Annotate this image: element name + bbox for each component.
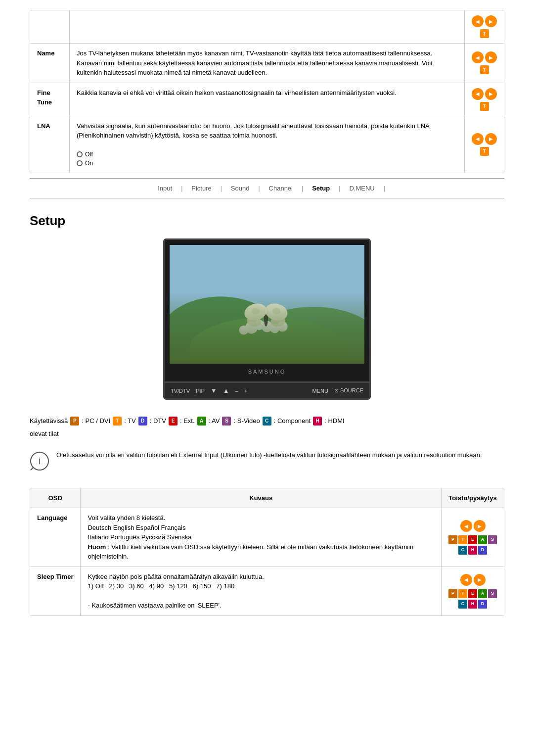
- rewind-button[interactable]: [460, 574, 472, 586]
- available-sep: : AV: [209, 415, 220, 427]
- table-row: T: [30, 10, 504, 44]
- col-header-toisto: Toisto/pysäytys: [442, 488, 504, 508]
- play-button[interactable]: [485, 133, 497, 145]
- t-badge: T: [480, 65, 489, 74]
- tv-screen-wrapper: SAMSUNG: [163, 238, 371, 383]
- badge-h: H: [468, 600, 477, 609]
- tv-btn-source[interactable]: ⊙ SOURCE: [334, 387, 363, 394]
- play-button[interactable]: [485, 88, 497, 100]
- nav-item-setup[interactable]: Setup: [303, 183, 339, 194]
- nav-item-dmenu[interactable]: D.MENU: [340, 183, 383, 194]
- tv-scene-svg: [170, 245, 364, 364]
- note-section: i Oletusasetus voi olla eri valitun tulo…: [30, 450, 504, 478]
- row-content: Kaikkia kanavia ei ehkä voi virittää oik…: [70, 83, 465, 116]
- badge-p: P: [448, 535, 457, 544]
- tv-btn-minus[interactable]: –: [235, 388, 238, 394]
- rewind-button[interactable]: [472, 133, 484, 145]
- row-icons: T: [465, 10, 504, 44]
- rewind-button[interactable]: [460, 520, 472, 532]
- row-label: Name: [30, 44, 70, 83]
- available-sep: : TV: [124, 415, 136, 427]
- table-row: LNA Vahvistaa signaalia, kun antennivast…: [30, 116, 504, 173]
- lang-note-text: : Valittu kieli vaikuttaa vain OSD:ssa k…: [88, 543, 413, 561]
- row-label: LNA: [30, 116, 70, 173]
- row-icons: T: [465, 44, 504, 83]
- tv-btn-down[interactable]: ▼: [211, 387, 217, 394]
- svg-point-6: [262, 321, 273, 332]
- play-buttons: [472, 88, 497, 100]
- col-header-kuvaus: Kuvaus: [81, 488, 442, 508]
- nav-item-channel[interactable]: Channel: [260, 183, 302, 194]
- svg-point-11: [243, 301, 269, 323]
- svg-point-1: [170, 296, 282, 364]
- play-button[interactable]: [485, 15, 497, 27]
- lna-off-option: Off: [77, 150, 457, 159]
- badge-h: H: [313, 417, 322, 425]
- sleep-line3: - Kaukosäätimen vastaava painike on 'SLE…: [88, 602, 221, 609]
- badge-e: E: [468, 589, 477, 598]
- lang-line1: Voit valita yhden 8 kielestä.: [88, 514, 165, 521]
- radio-dot-off: [77, 151, 83, 157]
- row-label: [30, 10, 70, 44]
- page-wrapper: T Name Jos TV-lähetyksen mukana lähetetä…: [0, 0, 534, 626]
- table-row: FineTune Kaikkia kanavia ei ehkä voi vir…: [30, 83, 504, 116]
- setup-title: Setup: [30, 213, 504, 229]
- note-text: Oletusasetus voi olla eri valitun tuloti…: [56, 450, 482, 461]
- available-label: Käytettävissä: [30, 415, 68, 427]
- badge-p: P: [70, 417, 79, 425]
- pteas-row2: C H D: [458, 600, 487, 609]
- row-label: FineTune: [30, 83, 70, 116]
- nav-item-sound[interactable]: Sound: [222, 183, 259, 194]
- badge-s: S: [222, 417, 231, 425]
- pteas-group: P T E A S C H D: [448, 520, 497, 555]
- rewind-button[interactable]: [472, 51, 484, 63]
- table-row: Language Voit valita yhden 8 kielestä. D…: [30, 508, 504, 567]
- nav-item-input[interactable]: Input: [149, 183, 181, 194]
- play-button[interactable]: [474, 574, 486, 586]
- row-content: [70, 10, 465, 44]
- tv-btn-plus[interactable]: +: [244, 388, 247, 394]
- row-icons: T: [465, 83, 504, 116]
- tv-btn-up[interactable]: ▲: [223, 387, 229, 394]
- table-header-row: OSD Kuvaus Toisto/pysäytys: [30, 488, 504, 508]
- rewind-button[interactable]: [472, 88, 484, 100]
- nav-bar: Input | Picture | Sound | Channel | Setu…: [30, 178, 504, 198]
- pteas-row2: C H D: [458, 546, 487, 555]
- tv-btn-menu[interactable]: MENU: [312, 388, 328, 394]
- t-badge: T: [480, 147, 489, 156]
- badge-t: T: [113, 417, 122, 425]
- tv-controls: TV/DTV PIP ▼ ▲ – + MENU ⊙ SOURCE: [163, 383, 371, 400]
- rewind-button[interactable]: [472, 15, 484, 27]
- tv-btn-pip[interactable]: PIP: [196, 388, 205, 394]
- badge-a: A: [478, 589, 487, 598]
- table-row: Name Jos TV-lähetyksen mukana lähetetään…: [30, 44, 504, 83]
- svg-point-3: [189, 317, 344, 364]
- radio-dot-on: [77, 160, 83, 166]
- nav-item-picture[interactable]: Picture: [182, 183, 220, 194]
- svg-text:i: i: [39, 456, 41, 466]
- badge-t: T: [458, 589, 467, 598]
- tv-brand-label: SAMSUNG: [170, 367, 364, 377]
- badge-e: E: [468, 535, 477, 544]
- icon-group: T: [472, 51, 497, 74]
- sleep-line1: Kytkee näytön pois päältä ennaltamääräty…: [88, 573, 264, 580]
- play-button[interactable]: [485, 51, 497, 63]
- lang-line2: Deutsch English Español Français: [88, 524, 185, 531]
- tv-btn-tvdtv[interactable]: TV/DTV: [171, 388, 190, 394]
- svg-point-8: [277, 321, 288, 331]
- svg-point-9: [239, 326, 249, 335]
- svg-point-14: [270, 315, 286, 328]
- badge-h: H: [468, 546, 477, 555]
- play-pair: [460, 520, 486, 532]
- svg-point-15: [252, 308, 260, 314]
- badge-c: C: [458, 600, 467, 609]
- svg-point-4: [245, 321, 258, 333]
- play-button[interactable]: [474, 520, 486, 532]
- svg-point-10: [264, 308, 268, 327]
- svg-point-12: [263, 301, 289, 323]
- row-icons: T: [465, 116, 504, 173]
- icon-group: T: [472, 88, 497, 111]
- states-label: olevat tilat: [30, 427, 504, 440]
- badge-a: A: [197, 417, 206, 425]
- t-badge: T: [480, 102, 489, 111]
